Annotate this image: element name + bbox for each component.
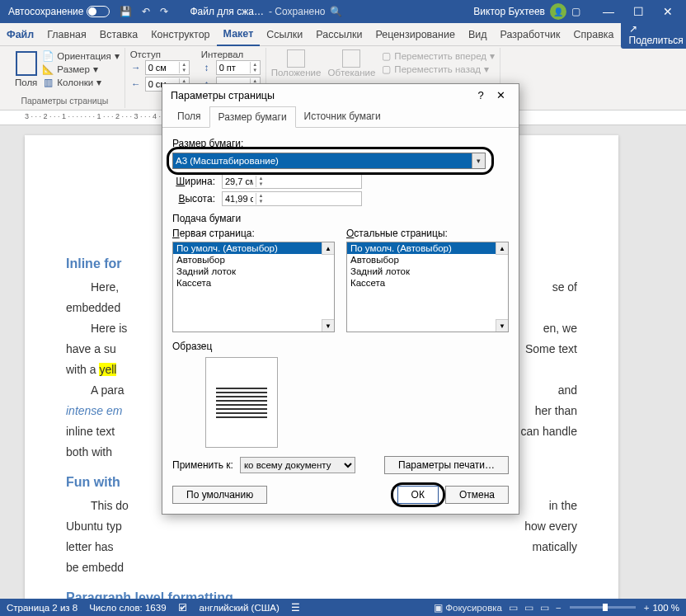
margins-label: Поля [15, 78, 37, 87]
zoom-slider[interactable] [570, 606, 636, 609]
autosave-label: Автосохранение [8, 6, 83, 17]
tab-developer[interactable]: Разработчик [494, 24, 567, 45]
status-accessibility-icon[interactable]: ☰ [291, 602, 300, 614]
status-language[interactable]: английский (США) [200, 603, 280, 613]
minimize-icon[interactable]: — [594, 5, 623, 18]
toggle-icon[interactable] [87, 6, 110, 17]
tab-design[interactable]: Конструктор [144, 24, 216, 45]
default-button[interactable]: По умолчанию [172, 486, 267, 504]
tab-references[interactable]: Ссылки [260, 24, 309, 45]
user-name: Виктор Бухтеев [473, 6, 545, 17]
status-page[interactable]: Страница 2 из 8 [7, 603, 78, 613]
focus-mode-button[interactable]: ▣ Фокусировка [434, 602, 502, 614]
titlebar: Автосохранение 💾 ↶ ↷ Файл для сжа… - Сох… [0, 0, 686, 23]
redo-icon[interactable]: ↷ [155, 2, 173, 21]
tab-file[interactable]: Файл [0, 24, 40, 45]
first-page-label: Первая страница: [172, 228, 335, 239]
scroll-up-icon[interactable]: ▲ [322, 242, 334, 255]
height-input[interactable]: ▲▼ [222, 191, 362, 206]
move-backward-button: ▢ Переместить назад ▾ [382, 63, 495, 76]
filename: Файл для сжа… [190, 6, 264, 17]
list-item[interactable]: По умолч. (Автовыбор) [173, 242, 334, 254]
scroll-down-icon[interactable]: ▼ [322, 319, 334, 332]
list-item[interactable]: Задний лоток [173, 266, 334, 277]
indent-label: Отступ [130, 49, 190, 59]
apply-label: Применить к: [172, 459, 233, 471]
spacing-before-input[interactable]: ▲▼ [216, 60, 261, 75]
feed-label: Подача бумаги [172, 213, 509, 224]
indent-left-input[interactable]: ▲▼ [145, 60, 190, 75]
autosave-toggle[interactable]: Автосохранение [3, 6, 115, 17]
menu-tabs: Файл Главная Вставка Конструктор Макет С… [0, 23, 686, 46]
status-proofing-icon[interactable]: 🗹 [178, 603, 188, 613]
scroll-up-icon[interactable]: ▲ [496, 242, 508, 255]
list-item[interactable]: Автовыбор [173, 254, 334, 266]
dialog-tab-paper[interactable]: Размер бумаги [209, 106, 296, 128]
columns-button[interactable]: ▥Колонки ▾ [42, 76, 119, 89]
list-item[interactable]: Автовыбор [347, 254, 508, 266]
zoom-level[interactable]: 100 % [652, 603, 679, 613]
zoom-out-icon[interactable]: − [556, 603, 561, 613]
dialog-tab-source[interactable]: Источник бумаги [296, 106, 389, 127]
apply-select[interactable]: ко всему документу [240, 457, 355, 473]
heading-paragraph: Paragraph level formatting [66, 588, 577, 599]
tab-view[interactable]: Вид [462, 24, 494, 45]
list-item[interactable]: По умолч. (Автовыбор) [347, 242, 508, 254]
dialog-close-icon[interactable]: ✕ [491, 89, 510, 101]
paper-size-value: A3 (Масштабирование) [176, 156, 279, 166]
chevron-down-icon[interactable]: ▾ [472, 153, 485, 168]
paper-size-select[interactable]: A3 (Масштабирование) ▾ [172, 153, 486, 169]
position-button: Положение [271, 49, 322, 78]
other-pages-listbox[interactable]: ▲ По умолч. (Автовыбор) Автовыбор Задний… [346, 242, 509, 332]
dialog-tabs: Поля Размер бумаги Источник бумаги [162, 106, 519, 128]
ribbon-display-icon[interactable]: ▢ [566, 2, 585, 21]
page-setup-dialog: Параметры страницы ? ✕ Поля Размер бумаг… [162, 83, 519, 515]
undo-icon[interactable]: ↶ [137, 2, 155, 21]
maximize-icon[interactable]: ☐ [623, 5, 653, 18]
avatar-icon: 👤 [550, 3, 566, 20]
ribbon-group-page: Поля 📄Ориентация ▾ 📐Размер ▾ ▥Колонки ▾ … [5, 48, 125, 108]
scroll-down-icon[interactable]: ▼ [496, 319, 508, 332]
orientation-button[interactable]: 📄Ориентация ▾ [42, 49, 119, 63]
tab-home[interactable]: Главная [40, 24, 93, 45]
cancel-button[interactable]: Отмена [445, 486, 509, 504]
print-layout-icon[interactable]: ▭ [524, 602, 533, 614]
ribbon-group-label: Параметры страницы [10, 96, 120, 106]
dialog-title-text: Параметры страницы [171, 90, 471, 101]
tab-layout[interactable]: Макет [217, 23, 261, 46]
list-item[interactable]: Задний лоток [347, 266, 508, 277]
preview-label: Образец [172, 341, 509, 352]
user-account[interactable]: Виктор Бухтеев 👤 [473, 3, 566, 20]
wrap-button: Обтекание [327, 49, 375, 78]
web-layout-icon[interactable]: ▭ [540, 602, 549, 614]
margins-button[interactable]: Поля [10, 49, 42, 96]
other-pages-label: Остальные страницы: [346, 228, 509, 239]
list-item[interactable]: Кассета [347, 277, 508, 289]
spacing-label: Интервал [201, 49, 261, 59]
move-forward-button: ▢ Переместить вперед ▾ [382, 49, 495, 63]
tab-review[interactable]: Рецензирование [369, 24, 462, 45]
dialog-titlebar: Параметры страницы ? ✕ [162, 84, 519, 106]
preview-icon [205, 357, 278, 448]
close-icon[interactable]: ✕ [653, 5, 683, 18]
save-icon[interactable]: 💾 [115, 2, 137, 21]
dialog-tab-margins[interactable]: Поля [169, 106, 209, 127]
dialog-help-icon[interactable]: ? [471, 89, 491, 101]
print-params-button[interactable]: Параметры печати… [384, 456, 509, 474]
share-button[interactable]: ↗ Поделиться [621, 21, 687, 49]
list-item[interactable]: Кассета [173, 277, 334, 289]
ok-button[interactable]: ОК [397, 486, 439, 504]
paper-size-label: Размер бумаги: [172, 138, 509, 149]
search-icon[interactable]: 🔍 [325, 2, 347, 21]
first-page-listbox[interactable]: ▲ По умолч. (Автовыбор) Автовыбор Задний… [172, 242, 335, 332]
width-input[interactable]: ▲▼ [222, 174, 362, 189]
zoom-in-icon[interactable]: + [644, 603, 650, 613]
size-button[interactable]: 📐Размер ▾ [42, 63, 119, 76]
tab-insert[interactable]: Вставка [93, 24, 144, 45]
statusbar: Страница 2 из 8 Число слов: 1639 🗹 англи… [0, 599, 686, 616]
saved-status: - Сохранено [269, 6, 325, 17]
read-mode-icon[interactable]: ▭ [509, 602, 518, 614]
status-words[interactable]: Число слов: 1639 [89, 603, 166, 613]
tab-help[interactable]: Справка [566, 24, 620, 45]
tab-mailings[interactable]: Рассылки [309, 24, 369, 45]
